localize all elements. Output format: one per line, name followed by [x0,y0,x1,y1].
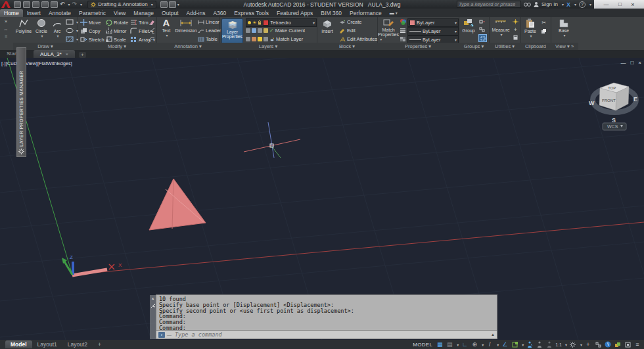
isolate-objects-icon[interactable] [614,341,622,348]
viewcube-front-face[interactable]: FRONT [602,99,616,103]
arc-button[interactable]: Arc ▾ [50,18,64,39]
workspace-dropdown2-icon[interactable]: ▾ [580,342,582,347]
panel-label-utilities[interactable]: Utilities ▾ [489,43,520,50]
command-customize-wrench-icon[interactable] [150,304,155,308]
match-properties-button[interactable]: Match Properties [379,18,398,37]
tab-express-tools[interactable]: Express Tools [230,9,273,17]
object-color-dropdown[interactable]: ByLayer ▾ [407,18,459,27]
wcs-dropdown[interactable]: WCS [607,124,618,129]
quick-select-icon[interactable]: + [512,26,519,33]
viewcube[interactable]: W E S TOP FRONT WCS [589,83,637,130]
panel-label-clipboard[interactable]: Clipboard [520,43,551,50]
palette-gear-icon[interactable] [18,149,24,154]
file-tab-drawing[interactable]: AULA_3* × [34,50,75,58]
layout2-tab[interactable]: Layout2 [62,340,93,348]
new-drawing-tab-button[interactable]: + [79,52,86,58]
annotation-visibility-icon[interactable] [526,341,534,348]
viewcube-west[interactable]: W [589,100,595,106]
layer-lock-icon[interactable] [264,28,268,33]
stretch-button[interactable]: Stretch [80,36,104,43]
isodraft-toggle-icon[interactable]: ⊕ [471,341,478,348]
polyline-button[interactable]: Polyline [15,18,32,34]
ungroup-icon[interactable] [478,18,486,25]
copy-button[interactable]: Copy [80,28,101,34]
customization-menu-icon[interactable]: ≡ [633,341,641,348]
command-scroll-up-icon[interactable]: ▲ [491,333,495,337]
annotation-monitor-icon[interactable]: + [584,341,592,348]
help-dropdown-icon[interactable]: ▾ [589,2,591,7]
undo-dropdown-icon[interactable]: ▾ [68,2,70,7]
qat-customize-dropdown-icon[interactable]: ▾ [177,2,179,7]
file-tab-close-icon[interactable]: × [66,51,68,57]
layer-properties-palette-bar[interactable]: LAYER PROPERTIES MANAGER [16,47,26,157]
viewport-controls-label[interactable]: [-][Custom View][FlatWithEdges] [1,60,72,66]
layer-dropdown[interactable]: ☀ Tetraedro ▾ [246,18,317,27]
transparency-icon[interactable] [399,35,406,42]
annotation-scale-value[interactable]: 1:1 [555,342,562,347]
paste-button[interactable]: Paste ▾ [522,18,539,39]
tab-a360[interactable]: A360 [209,9,230,17]
group-edit-icon[interactable] [478,26,486,33]
tab-bim360[interactable]: BIM 360 [317,9,346,17]
osnap-angle-toggle-icon[interactable]: ∠ [501,341,509,348]
transfer-icon[interactable] [160,1,168,8]
panel-label-block[interactable]: Block ▾ [317,43,377,50]
offset-button[interactable] [148,35,155,42]
copy-clip-icon[interactable] [540,28,547,34]
viewcube-east[interactable]: E [633,96,637,103]
isodraft-dropdown-icon[interactable]: ▾ [482,342,484,347]
viewport-restore-icon[interactable]: □ [630,60,633,66]
make-current-button[interactable]: ✓ Make Current [269,28,305,34]
edit-attributes-button[interactable]: Edit Attributes▾ [339,36,382,42]
dimension-button[interactable]: Dimension [175,18,197,33]
clean-screen-icon[interactable] [624,341,632,348]
grid-toggle-icon[interactable]: ▦ [436,341,444,348]
annotation-scale-person-icon[interactable] [545,341,553,348]
panel-label-view[interactable]: View ▾ » [551,43,578,50]
palette-close-icon[interactable]: × [5,18,8,24]
osnap-dropdown-icon[interactable]: ▾ [522,342,524,347]
open-file-icon[interactable] [23,1,30,8]
tab-annotate[interactable]: Annotate [45,9,75,17]
tab-insert[interactable]: Insert [23,9,45,17]
tab-featured-apps[interactable]: Featured Apps [273,9,317,17]
minimize-button[interactable]: — [603,1,609,7]
plot-icon[interactable] [51,1,58,8]
cut-icon[interactable]: ✂ [540,19,547,26]
palette-properties-icon[interactable]: ≡ [5,34,7,39]
panel-label-groups[interactable]: Groups ▾ [459,43,489,50]
snap-toggle-icon[interactable]: ▤ [446,341,453,348]
panel-label-layers[interactable]: Layers ▾ [219,43,317,50]
measure-button[interactable]: Measure ▾ [490,18,511,37]
tab-output[interactable]: Output [158,9,183,17]
palette-autohide-icon[interactable]: ⇔ [4,27,9,32]
layer-walk-icon[interactable] [252,37,256,41]
panel-label-annotation[interactable]: Annotation ▾ [156,43,219,50]
layer-isolate-icon[interactable] [252,28,256,33]
lineweight-dropdown[interactable]: ByLayer ▾ [407,27,459,35]
layer-off-icon[interactable] [246,28,250,33]
new-layout-button[interactable]: + [93,340,106,348]
close-button[interactable]: × [631,1,634,8]
tab-manage[interactable]: Manage [129,9,158,17]
create-block-button[interactable]: Create [339,19,362,25]
model-space-label[interactable]: MODEL [413,342,432,348]
polar-toggle-icon[interactable]: / [486,341,494,348]
tab-addins[interactable]: Add-ins [183,9,210,17]
lineweight-icon[interactable] [399,27,406,34]
tab-performance[interactable]: Performance [346,9,386,17]
search-input[interactable] [457,1,521,8]
quick-properties-icon[interactable] [594,341,602,348]
workspace-switcher[interactable]: Drafting & Annotation ▾ [87,1,156,9]
connect-dropdown-icon[interactable]: ▾ [574,2,576,7]
ribbon-minimize-icon[interactable]: ▬▾ [386,9,402,17]
viewport-close-icon[interactable]: × [638,60,641,66]
circle-button[interactable]: Circle ▾ [33,18,50,39]
osnap-toggle-icon[interactable] [511,341,518,348]
explode-button[interactable] [148,27,155,34]
ortho-toggle-icon[interactable]: ∟ [461,341,469,348]
layer-freeze-icon[interactable] [258,28,262,33]
redo-dropdown-icon[interactable]: ▾ [80,2,82,7]
command-close-icon[interactable]: × [151,296,154,301]
exchange-apps-icon[interactable]: X [566,1,570,8]
